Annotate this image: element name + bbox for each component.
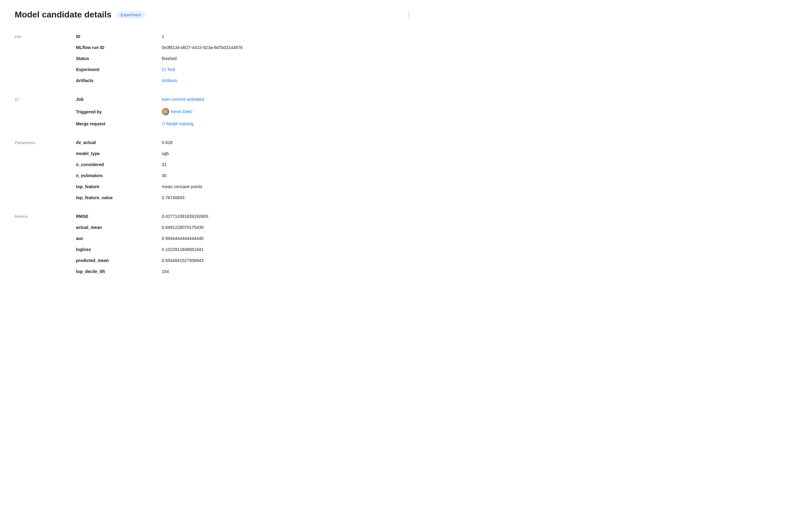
field-value: 154	[162, 269, 414, 274]
field-label: Experiment	[76, 67, 162, 72]
field-value: 0.9944444444444445	[162, 236, 414, 241]
section-label-ci: CI	[15, 97, 76, 102]
section-label-parameters: Parameters	[15, 140, 76, 145]
detail-row: ExperimentCI Test	[15, 64, 414, 75]
field-label: MLflow run ID	[76, 45, 162, 50]
page-container: Model candidate details Experiment ⋮ Inf…	[0, 0, 429, 289]
detail-row: top_featuremean concave points	[15, 181, 414, 192]
detail-row: Parametersdv_actual0.618	[15, 137, 414, 148]
field-value[interactable]: train-commit-activated	[162, 97, 414, 102]
section-divider	[15, 86, 414, 91]
field-value[interactable]: !7 Model training	[162, 121, 414, 126]
section-divider	[15, 203, 414, 208]
header-left: Model candidate details Experiment	[15, 10, 145, 20]
section-label-metrics: Metrics	[15, 213, 76, 219]
avatar-emoji: ❄️	[162, 109, 169, 115]
section-ci: CIJobtrain-commit-activatedTriggered by❄…	[15, 94, 414, 134]
user-avatar: ❄️Kevin Dietz	[162, 108, 193, 115]
detail-row: top_decile_lift154	[15, 266, 414, 277]
detail-row: MetricsRMSE0.027714381839192663	[15, 210, 414, 222]
field-label: top_feature_value	[76, 195, 162, 200]
field-value: 0.6544841527938843	[162, 258, 414, 263]
field-value: finished	[162, 56, 414, 61]
field-value: 0.027714381839192663	[162, 214, 414, 219]
field-label: Status	[76, 56, 162, 61]
field-label: RMSE	[76, 214, 162, 219]
field-value: 0e3f6134-d627-4415-923a-6d7bd3144876	[162, 45, 414, 50]
field-value: 0.618	[162, 140, 414, 145]
detail-row: predicted_mean0.6544841527938843	[15, 255, 414, 266]
section-metrics: MetricsRMSE0.027714381839192663actual_me…	[15, 210, 414, 277]
detail-row: Merge request!7 Model training	[15, 118, 414, 129]
detail-row: CIJobtrain-commit-activated	[15, 94, 414, 105]
field-label: predicted_mean	[76, 258, 162, 263]
detail-row: model_typexgb	[15, 148, 414, 159]
field-label: model_type	[76, 151, 162, 156]
field-label: Job	[76, 97, 162, 102]
detail-row: n_considered31	[15, 159, 414, 170]
field-label: ID	[76, 34, 162, 39]
field-label: actual_mean	[76, 225, 162, 230]
detail-row: top_feature_value0.76740843	[15, 192, 414, 203]
field-value: xgb	[162, 151, 414, 156]
section-label-info: Info	[15, 34, 76, 39]
field-value[interactable]: CI Test	[162, 67, 414, 72]
field-value[interactable]: Artifacts	[162, 78, 414, 83]
page-header: Model candidate details Experiment ⋮	[15, 10, 414, 20]
field-label: top_decile_lift	[76, 269, 162, 274]
field-label: dv_actual	[76, 140, 162, 145]
section-divider	[15, 129, 414, 134]
detail-row: ArtifactsArtifacts	[15, 75, 414, 86]
field-label: n_considered	[76, 162, 162, 167]
detail-row: n_estimators30	[15, 170, 414, 181]
field-label: Merge request	[76, 121, 162, 126]
avatar-icon: ❄️	[162, 108, 169, 115]
more-options-button[interactable]: ⋮	[403, 10, 414, 20]
field-label: top_feature	[76, 184, 162, 189]
detail-row: MLflow run ID0e3f6134-d627-4415-923a-6d7…	[15, 42, 414, 53]
section-info: InfoID1MLflow run ID0e3f6134-d627-4415-9…	[15, 31, 414, 91]
page-title: Model candidate details	[15, 10, 112, 20]
user-name[interactable]: Kevin Dietz	[171, 109, 193, 114]
section-parameters: Parametersdv_actual0.618model_typexgbn_c…	[15, 137, 414, 208]
field-label: auc	[76, 236, 162, 241]
field-label: n_estimators	[76, 173, 162, 178]
details-table: InfoID1MLflow run ID0e3f6134-d627-4415-9…	[15, 31, 414, 277]
field-value: ❄️Kevin Dietz	[162, 108, 414, 115]
field-value: 0.76740843	[162, 195, 414, 200]
field-label: Triggered by	[76, 110, 162, 114]
field-label: Artifacts	[76, 78, 162, 83]
field-value: mean concave points	[162, 184, 414, 189]
detail-row: Triggered by❄️Kevin Dietz	[15, 105, 414, 118]
detail-row: InfoID1	[15, 31, 414, 42]
field-value: 0.6491228070175439	[162, 225, 414, 230]
field-value: 30	[162, 173, 414, 178]
detail-row: auc0.9944444444444445	[15, 233, 414, 244]
detail-row: logloss0.1023911848061841	[15, 244, 414, 255]
field-value: 0.1023911848061841	[162, 247, 414, 252]
detail-row: Statusfinished	[15, 53, 414, 64]
detail-row: actual_mean0.6491228070175439	[15, 222, 414, 233]
field-value: 31	[162, 162, 414, 167]
field-label: logloss	[76, 247, 162, 252]
experiment-badge: Experiment	[117, 11, 145, 18]
field-value: 1	[162, 34, 414, 39]
